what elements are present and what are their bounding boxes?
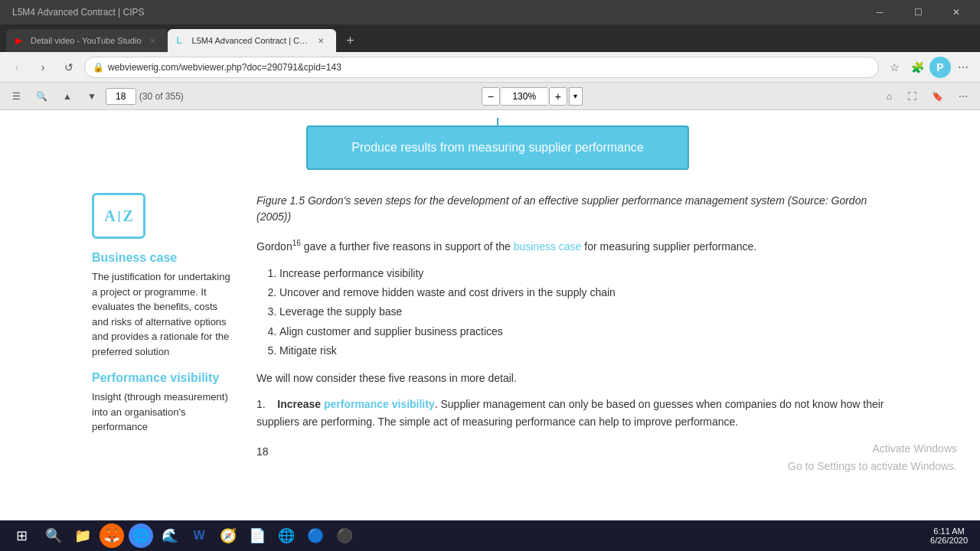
back-button[interactable]: ‹: [6, 57, 28, 78]
figure-caption: Figure 1.5 Gordon's seven steps for the …: [256, 193, 903, 225]
cips-favicon: L: [177, 35, 188, 46]
cips-tab-title: L5M4 Advanced Contract | CIPS: [192, 36, 310, 45]
pdf-bookmark-button[interactable]: 🔖: [926, 86, 949, 106]
footnote-16: 16: [292, 239, 301, 247]
menu-button[interactable]: ⋯: [952, 57, 974, 78]
taskbar-chrome[interactable]: 🌐: [129, 523, 153, 548]
intro-end: for measuring supplier performance.: [581, 240, 756, 253]
taskbar-extra2[interactable]: 🌐: [274, 523, 299, 548]
extensions-button[interactable]: 🧩: [906, 57, 928, 78]
transition-text: We will now consider these five reasons …: [256, 370, 903, 386]
date-display: 6/26/2020: [930, 536, 968, 545]
close-button[interactable]: ✕: [939, 0, 974, 24]
search-pdf-button[interactable]: 🔍: [30, 86, 54, 106]
term1-title: Business case: [92, 251, 234, 265]
page-total: (30 of 355): [139, 91, 184, 102]
intro-paragraph: Gordon16 gave a further five reasons in …: [256, 237, 903, 255]
browser-title: L5M4 Advanced Contract | CIPS: [12, 7, 145, 18]
youtube-favicon: ▶: [15, 35, 26, 46]
pdf-content-area[interactable]: Produce results from measuring supplier …: [0, 110, 980, 520]
title-bar: L5M4 Advanced Contract | CIPS ─ ☐ ✕: [0, 0, 980, 24]
address-bar[interactable]: 🔒 webviewerig.com/webviewer.php?doc=2907…: [84, 57, 879, 78]
taskbar-edge[interactable]: 🌊: [158, 523, 182, 548]
business-case-link[interactable]: business case: [514, 240, 582, 253]
page-number-input[interactable]: [106, 88, 136, 105]
taskbar-time: 6:11 AM 6/26/2020: [924, 527, 974, 545]
cips-tab-close[interactable]: ✕: [315, 34, 327, 47]
glossary-letter-a: A: [104, 207, 115, 225]
glossary-separator: |: [118, 210, 121, 222]
star-button[interactable]: ☆: [884, 57, 905, 78]
minimize-button[interactable]: ─: [862, 0, 897, 24]
glossary-icon: A | Z: [92, 193, 145, 239]
sidebar-toggle-button[interactable]: ☰: [6, 86, 27, 106]
pdf-home-button[interactable]: ⌂: [880, 86, 898, 106]
taskbar-firefox[interactable]: 🦊: [100, 523, 124, 548]
list-item-1: Increase performance visibility: [279, 264, 903, 283]
new-tab-button[interactable]: +: [339, 29, 362, 52]
pdf-fullscreen-button[interactable]: ⛶: [901, 86, 923, 106]
youtube-tab-close[interactable]: ✕: [146, 34, 158, 47]
maximize-button[interactable]: ☐: [900, 0, 936, 24]
list-item-3: Leverage the supply base: [279, 302, 903, 321]
taskbar-extra4[interactable]: ⚫: [332, 523, 357, 548]
zoom-in-button[interactable]: +: [549, 87, 567, 106]
right-column: Figure 1.5 Gordon's seven steps for the …: [256, 193, 903, 458]
header-box-text: Produce results from measuring supplier …: [351, 141, 644, 154]
list-item-4: Align customer and supplier business pra…: [279, 322, 903, 341]
glossary-letter-z: Z: [123, 207, 133, 225]
term2-title: Performance visibility: [92, 371, 234, 385]
tab-youtube[interactable]: ▶ Detail video - YouTube Studio ✕: [6, 29, 168, 52]
nav-actions: ☆ 🧩 P ⋯: [884, 57, 974, 78]
taskbar-word[interactable]: W: [187, 523, 211, 548]
gordon-text: Gordon: [256, 240, 292, 253]
nav-bar: ‹ › ↺ 🔒 webviewerig.com/webviewer.php?do…: [0, 52, 980, 83]
youtube-tab-title: Detail video - YouTube Studio: [31, 36, 142, 45]
page-number: 18: [256, 445, 903, 458]
list-item-5: Mitigate risk: [279, 341, 903, 360]
taskbar-extra3[interactable]: 🔵: [303, 523, 328, 548]
pdf-toolbar: ☰ 🔍 ▲ ▼ (30 of 355) − 130% + ▾ ⌂ ⛶ 🔖 ⋯: [0, 83, 980, 110]
zoom-out-button[interactable]: −: [482, 87, 500, 106]
next-page-button[interactable]: ▼: [81, 86, 103, 106]
zoom-dropdown-button[interactable]: ▾: [569, 87, 583, 106]
taskbar: ⊞ 🔍 📁 🦊 🌐 🌊 W 🧭 📄 🌐 🔵 ⚫ 6:11 AM 6/26/202…: [0, 520, 980, 551]
taskbar-acrobat[interactable]: 📄: [245, 523, 270, 548]
window-controls: ─ ☐ ✕: [862, 0, 974, 24]
term2-desc: Insight (through measurement) into an or…: [92, 390, 234, 435]
left-column: A | Z Business case The justification fo…: [92, 193, 234, 458]
page-content: Produce results from measuring supplier …: [0, 110, 980, 520]
reasons-list: Increase performance visibility Uncover …: [256, 264, 903, 360]
profile-button[interactable]: P: [929, 57, 951, 78]
tab-bar: ▶ Detail video - YouTube Studio ✕ L L5M4…: [0, 24, 980, 52]
zoom-value: 130%: [501, 87, 547, 106]
detail-bold: Increase: [277, 398, 321, 410]
refresh-button[interactable]: ↺: [58, 57, 80, 78]
glossary-icon-inner: A | Z: [104, 207, 133, 225]
detail-paragraph-1: 1. Increase performance visibility. Supp…: [256, 396, 903, 430]
term1-desc: The justification for undertaking a proj…: [92, 269, 234, 359]
two-column-layout: A | Z Business case The justification fo…: [92, 193, 903, 458]
taskbar-file-explorer[interactable]: 📁: [70, 523, 95, 548]
taskbar-extra1[interactable]: 🧭: [216, 523, 240, 548]
lock-icon: 🔒: [93, 61, 105, 73]
address-text: webviewerig.com/webviewer.php?doc=290791…: [108, 62, 871, 73]
prev-page-button[interactable]: ▲: [57, 86, 78, 106]
time-display: 6:11 AM: [930, 527, 968, 536]
start-button[interactable]: ⊞: [6, 520, 37, 551]
performance-visibility-link[interactable]: performance visibility: [324, 398, 435, 410]
browser-window: L5M4 Advanced Contract | CIPS ─ ☐ ✕ ▶ De…: [0, 0, 980, 520]
intro-after-sup: gave a further five reasons in support o…: [301, 240, 514, 253]
forward-button[interactable]: ›: [32, 57, 54, 78]
zoom-control: − 130% + ▾: [482, 87, 583, 106]
pdf-more-button[interactable]: ⋯: [952, 86, 974, 106]
taskbar-search[interactable]: 🔍: [41, 523, 66, 548]
tab-cips[interactable]: L L5M4 Advanced Contract | CIPS ✕: [168, 29, 336, 52]
header-box: Produce results from measuring supplier …: [306, 126, 689, 170]
list-item-2: Uncover and remove hidden waste and cost…: [279, 283, 903, 302]
detail-number: 1.: [256, 398, 274, 410]
